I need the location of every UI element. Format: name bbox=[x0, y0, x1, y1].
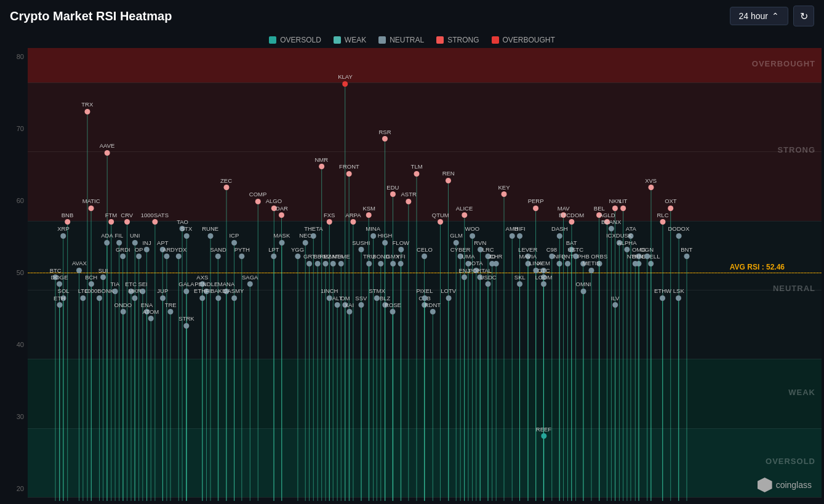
coin-label: QTUM bbox=[432, 212, 449, 218]
coin-label: ATA bbox=[626, 226, 636, 232]
coin-label: DODOX bbox=[668, 226, 689, 232]
coin-dot bbox=[215, 254, 221, 259]
coin-label: BLZ bbox=[380, 295, 390, 302]
coin-label: ILV bbox=[611, 295, 620, 302]
coin-label: MAVIA bbox=[519, 254, 537, 260]
coin-line bbox=[678, 301, 679, 502]
coinglass-icon bbox=[758, 478, 772, 492]
coin-bake: BAKE bbox=[210, 288, 226, 501]
coin-label: 1INCH bbox=[321, 288, 338, 294]
coin-dot bbox=[144, 247, 150, 252]
coin-label: FIL bbox=[114, 233, 123, 239]
coin-tre: TRE bbox=[165, 302, 177, 502]
coin-lotv: LOTV bbox=[441, 288, 456, 501]
coin-line bbox=[464, 280, 465, 501]
zone-label-weak: WEAK bbox=[788, 388, 815, 397]
coin-dot bbox=[184, 323, 190, 329]
coin-dot bbox=[557, 233, 562, 239]
coin-label: MASK bbox=[273, 233, 290, 239]
coin-label: REEF bbox=[536, 426, 551, 433]
coin-dot bbox=[533, 206, 538, 211]
coin-dot bbox=[120, 309, 126, 314]
coin-label: ETC bbox=[125, 281, 137, 287]
coin-dot bbox=[199, 295, 205, 301]
coin-label: BEANX bbox=[601, 219, 621, 225]
coin-label: SKL bbox=[514, 274, 526, 281]
coin-dot bbox=[390, 309, 396, 314]
header-controls: 24 hour ⌃ ↻ bbox=[730, 6, 814, 26]
zone-label-oversold: OVERSOLD bbox=[766, 457, 815, 466]
legend-label: WEAK bbox=[345, 36, 366, 44]
coin-dot bbox=[446, 178, 451, 183]
coin-label: ASTR bbox=[401, 191, 417, 198]
coin-ssv: SSV bbox=[355, 295, 367, 502]
coin-label: SAND bbox=[210, 247, 226, 253]
coin-label: JUP bbox=[157, 288, 168, 294]
coin-dot bbox=[684, 254, 689, 259]
coin-label: ALGO bbox=[266, 198, 282, 204]
coin-line bbox=[615, 308, 615, 501]
coin-line bbox=[170, 314, 171, 501]
coin-label: UNI bbox=[130, 233, 140, 239]
coin-dot bbox=[422, 295, 428, 301]
refresh-button[interactable]: ↻ bbox=[793, 6, 814, 26]
coin-dot bbox=[541, 281, 546, 287]
y-label: 40 bbox=[4, 341, 26, 348]
coin-dot bbox=[588, 268, 594, 273]
coin-line bbox=[503, 197, 504, 501]
coin-label: OMNI bbox=[576, 281, 591, 287]
coin-label: LRC bbox=[482, 247, 494, 253]
coin-label: ROSE bbox=[385, 302, 401, 308]
coin-dot bbox=[501, 191, 506, 197]
coin-dot bbox=[648, 185, 654, 190]
timeframe-button[interactable]: 24 hour ⌃ bbox=[730, 7, 788, 25]
coin-label: GTC bbox=[537, 268, 550, 274]
coin-dot bbox=[327, 295, 332, 301]
coin-dot bbox=[390, 261, 396, 266]
coin-label: OP bbox=[135, 247, 143, 253]
coin-label: RUNE bbox=[202, 226, 218, 232]
coin-dot bbox=[486, 281, 491, 287]
refresh-icon: ↻ bbox=[800, 10, 808, 22]
coin-label: ALPHA bbox=[617, 240, 636, 246]
coin-label: ATOM bbox=[143, 309, 159, 315]
coin-dot bbox=[517, 233, 522, 239]
coin-label: CHR bbox=[490, 254, 503, 260]
coin-label: DYDX bbox=[170, 247, 186, 253]
coin-dash: DASH bbox=[551, 226, 567, 501]
coin-line bbox=[583, 294, 584, 502]
coin-label: ENJ bbox=[459, 268, 470, 274]
coin-label: OXT bbox=[665, 198, 677, 204]
coin-pixel: PIXEL bbox=[417, 288, 433, 501]
coin-label: LOOM bbox=[535, 274, 553, 281]
coin-label: LSK bbox=[673, 288, 684, 294]
coin-dot bbox=[148, 316, 153, 321]
coin-dot bbox=[338, 261, 344, 266]
coin-jasmy: JASMY bbox=[225, 288, 244, 501]
coin-label: SEI bbox=[138, 281, 147, 287]
coin-label: ADA bbox=[101, 233, 113, 239]
coin-dot bbox=[676, 233, 681, 239]
coin-label: ENA bbox=[141, 302, 153, 308]
coin-usdc: USDC bbox=[480, 274, 497, 502]
coin-xai: XAI bbox=[345, 302, 354, 502]
coin-label: BEL bbox=[594, 206, 605, 212]
coin-line bbox=[650, 190, 651, 501]
coin-dot bbox=[374, 295, 380, 301]
coin-label: KSM bbox=[362, 206, 375, 212]
coin-dot bbox=[624, 247, 630, 252]
coin-label: DASH bbox=[551, 226, 567, 232]
timeframe-label: 24 hour bbox=[739, 11, 768, 21]
coin-ondo: ONDO bbox=[114, 302, 132, 502]
coin-dot bbox=[247, 281, 253, 287]
coin-dot bbox=[104, 240, 110, 246]
chevron-icon: ⌃ bbox=[772, 11, 779, 21]
coin-label: ARPA bbox=[345, 212, 361, 218]
coin-saga: SAGA bbox=[242, 274, 258, 502]
coin-label: LIT bbox=[619, 198, 628, 204]
coin-label: MANA bbox=[218, 281, 234, 287]
coin-line bbox=[519, 287, 520, 501]
coin-label: KEY bbox=[498, 185, 510, 191]
y-label: 80 bbox=[4, 53, 26, 60]
coin-dot bbox=[462, 274, 467, 280]
